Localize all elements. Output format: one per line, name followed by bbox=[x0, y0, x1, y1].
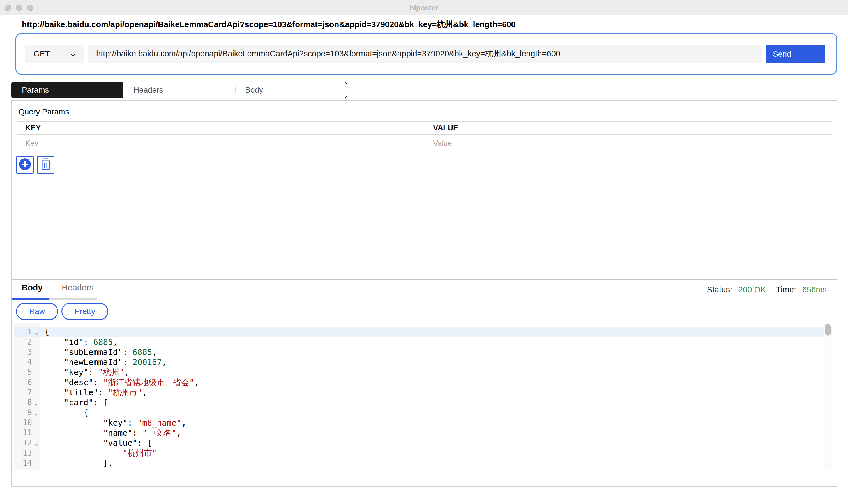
window-title: hiposter bbox=[0, 4, 848, 12]
code-line-3: 3 "subLemmaId": 6885, bbox=[14, 347, 832, 357]
fold-gutter-spacer bbox=[32, 377, 40, 388]
status-value: 200 OK bbox=[738, 285, 766, 294]
request-response-divider bbox=[12, 279, 836, 280]
time-label: Time: bbox=[776, 285, 796, 294]
fold-gutter-spacer bbox=[32, 448, 40, 458]
time-value: 656ms bbox=[802, 285, 827, 294]
plus-icon bbox=[18, 158, 31, 172]
editor-scrollbar-thumb[interactable] bbox=[825, 324, 831, 336]
url-input[interactable] bbox=[88, 45, 762, 63]
line-number: 9 bbox=[14, 408, 32, 418]
response-tab-headers[interactable]: Headers bbox=[62, 283, 93, 292]
response-body-editor[interactable]: 1⌄{2 "id": 6885,3 "subLemmaId": 6885,4 "… bbox=[14, 323, 832, 470]
line-number: 8 bbox=[14, 397, 32, 408]
code-line-11: 11 "name": "中文名", bbox=[14, 428, 832, 438]
raw-view-button[interactable]: Raw bbox=[16, 303, 58, 320]
line-number: 10 bbox=[14, 418, 32, 428]
value-column-header: VALUE bbox=[425, 122, 833, 134]
fold-gutter-spacer bbox=[32, 388, 40, 397]
line-number: 5 bbox=[14, 367, 32, 377]
line-number: 4 bbox=[14, 357, 32, 367]
line-number: 7 bbox=[14, 388, 32, 397]
request-bar: GET Send bbox=[15, 33, 837, 75]
code-line-4: 4 "newLemmaId": 200167, bbox=[14, 357, 832, 367]
fold-chevron-icon[interactable]: ⌄ bbox=[32, 408, 40, 418]
response-tab-body[interactable]: Body bbox=[22, 283, 42, 292]
code-text: { bbox=[40, 408, 88, 418]
fold-chevron-icon[interactable]: ⌄ bbox=[32, 397, 40, 408]
pretty-view-button[interactable]: Pretty bbox=[61, 303, 108, 320]
code-text: "key": "杭州", bbox=[40, 367, 129, 377]
code-text: "key": "m8_name", bbox=[40, 418, 186, 428]
code-line-8: 8⌄ "card": [ bbox=[14, 397, 832, 408]
request-tab-body[interactable]: Body bbox=[235, 82, 347, 98]
code-text: "value": [ bbox=[40, 438, 152, 448]
fold-chevron-icon[interactable]: ⌄ bbox=[32, 438, 40, 448]
line-number: 15 bbox=[14, 468, 32, 470]
code-text: "format": [ bbox=[40, 468, 157, 470]
fold-gutter-spacer bbox=[32, 357, 40, 367]
code-text: { bbox=[40, 327, 49, 337]
status-label: Status: bbox=[707, 285, 732, 294]
code-text: "title": "杭州市", bbox=[40, 388, 147, 397]
line-number: 1 bbox=[14, 327, 32, 337]
code-line-5: 5 "key": "杭州", bbox=[14, 367, 832, 377]
code-line-1: 1⌄{ bbox=[14, 327, 832, 337]
row-actions bbox=[16, 156, 54, 174]
add-row-button[interactable] bbox=[16, 156, 34, 174]
method-select-value: GET bbox=[34, 49, 50, 58]
code-line-9: 9⌄ { bbox=[14, 408, 832, 418]
request-tab-headers[interactable]: Headers bbox=[123, 82, 235, 98]
code-text: "name": "中文名", bbox=[40, 428, 181, 438]
code-line-6: 6 "desc": "浙江省辖地级市、省会", bbox=[14, 377, 832, 388]
main-panel: Query Params KEY VALUE bbox=[11, 100, 837, 487]
fold-gutter-spacer bbox=[32, 337, 40, 347]
code-text: "desc": "浙江省辖地级市、省会", bbox=[40, 377, 199, 388]
code-text: "id": 6885, bbox=[40, 337, 118, 347]
response-tabs: BodyHeaders bbox=[22, 283, 93, 292]
table-row bbox=[17, 134, 832, 152]
line-number: 2 bbox=[14, 337, 32, 347]
request-tab-params[interactable]: Params bbox=[12, 82, 123, 98]
line-number: 11 bbox=[14, 428, 32, 438]
fold-gutter-spacer bbox=[32, 418, 40, 428]
code-line-2: 2 "id": 6885, bbox=[14, 337, 832, 347]
response-body-editor-lines: 1⌄{2 "id": 6885,3 "subLemmaId": 6885,4 "… bbox=[14, 327, 832, 470]
code-text: ], bbox=[40, 458, 113, 468]
fold-gutter-spacer bbox=[32, 468, 40, 470]
chevron-down-icon bbox=[70, 52, 76, 58]
inactive-tab-indicator bbox=[49, 298, 97, 300]
code-line-12: 12⌄ "value": [ bbox=[14, 438, 832, 448]
code-line-7: 7 "title": "杭州市", bbox=[14, 388, 832, 397]
send-button[interactable]: Send bbox=[765, 45, 825, 63]
line-number: 12 bbox=[14, 438, 32, 448]
line-number: 13 bbox=[14, 448, 32, 458]
method-select[interactable]: GET bbox=[25, 45, 84, 63]
query-params-table: KEY VALUE bbox=[17, 121, 832, 152]
line-number: 3 bbox=[14, 347, 32, 357]
table-header-row: KEY VALUE bbox=[17, 122, 832, 134]
app-window: hiposter http://baike.baidu.com/api/open… bbox=[0, 0, 848, 504]
editor-scrollbar[interactable] bbox=[824, 323, 831, 470]
fold-gutter-spacer bbox=[32, 367, 40, 377]
key-column-header: KEY bbox=[17, 122, 425, 134]
param-value-input[interactable] bbox=[433, 139, 793, 148]
code-text: "subLemmaId": 6885, bbox=[40, 347, 157, 357]
fold-gutter-spacer bbox=[32, 458, 40, 468]
delete-row-button[interactable] bbox=[37, 156, 54, 174]
line-number: 6 bbox=[14, 377, 32, 388]
line-number: 14 bbox=[14, 458, 32, 468]
window-titlebar: hiposter bbox=[0, 0, 848, 15]
fold-chevron-icon[interactable]: ⌄ bbox=[32, 327, 40, 337]
code-text: "newLemmaId": 200167, bbox=[40, 357, 167, 367]
active-tab-indicator bbox=[12, 298, 49, 300]
request-url-heading: http://baike.baidu.com/api/openapi/Baike… bbox=[22, 19, 516, 30]
code-line-10: 10 "key": "m8_name", bbox=[14, 418, 832, 428]
code-line-15: 15 "format": [ bbox=[14, 468, 832, 470]
fold-gutter-spacer bbox=[32, 347, 40, 357]
response-status-bar: Status: 200 OK Time: 656ms bbox=[707, 285, 827, 294]
code-line-14: 14 ], bbox=[14, 458, 832, 468]
response-view-modes: RawPretty bbox=[16, 303, 108, 320]
param-key-input[interactable] bbox=[25, 139, 385, 148]
query-params-title: Query Params bbox=[18, 107, 69, 116]
